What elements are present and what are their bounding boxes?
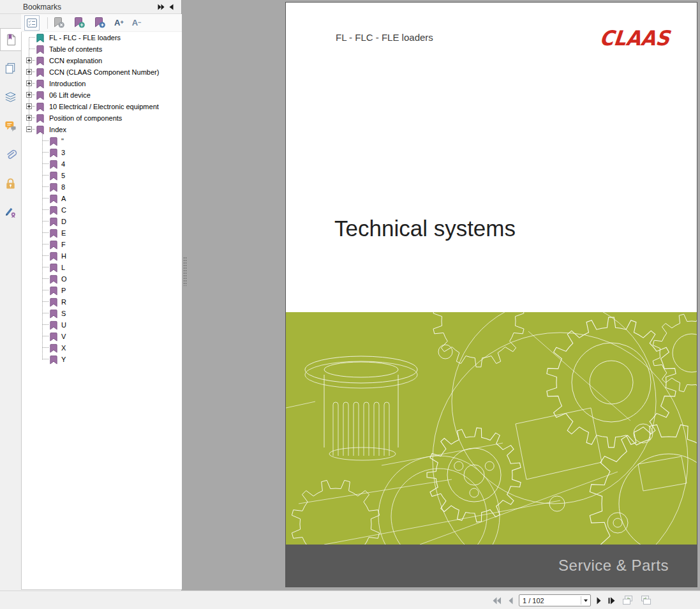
decrease-text-size-button[interactable]: A− bbox=[132, 19, 142, 27]
bookmark-label: H bbox=[61, 250, 66, 262]
bookmark-item[interactable]: 06 Lift device bbox=[22, 89, 182, 101]
expand-plus-icon[interactable] bbox=[26, 80, 32, 86]
first-page-button[interactable] bbox=[491, 596, 502, 605]
bookmark-label: CCN explanation bbox=[49, 55, 102, 66]
bookmark-options-button[interactable] bbox=[24, 15, 40, 31]
bookmark-item[interactable]: 5 bbox=[22, 170, 182, 181]
bookmark-item[interactable]: Table of contents bbox=[22, 43, 182, 55]
bookmark-item[interactable]: A bbox=[22, 193, 182, 204]
document-header-title: FL - FLC - FLE loaders bbox=[336, 32, 433, 43]
bookmark-label: L bbox=[61, 262, 65, 273]
comments-panel-tab[interactable] bbox=[0, 114, 21, 137]
bookmark-flag-icon bbox=[49, 160, 58, 169]
bookmark-label: Table of contents bbox=[49, 43, 102, 55]
expand-plus-icon[interactable] bbox=[26, 115, 32, 121]
layers-panel-tab[interactable] bbox=[0, 86, 21, 109]
bookmark-item[interactable]: V bbox=[22, 331, 182, 342]
service-parts-text: Service & Parts bbox=[558, 557, 669, 575]
add-bookmark-button[interactable] bbox=[73, 17, 86, 29]
bookmark-tree: FL - FLC - FLE loadersTable of contentsC… bbox=[22, 32, 182, 589]
bookmark-item[interactable]: X bbox=[22, 342, 182, 354]
expand-plus-icon[interactable] bbox=[26, 103, 32, 109]
bookmark-item[interactable]: CCN explanation bbox=[22, 55, 182, 66]
increase-text-size-button[interactable]: A+ bbox=[114, 19, 124, 27]
bookmark-item[interactable]: Index bbox=[22, 124, 182, 135]
bookmark-item[interactable]: 3 bbox=[22, 147, 182, 158]
bookmark-label: Position of components bbox=[49, 112, 122, 124]
bookmark-item[interactable]: E bbox=[22, 227, 182, 239]
security-panel-tab[interactable] bbox=[0, 172, 21, 195]
bookmark-label: R bbox=[61, 296, 66, 308]
page-navigation: 1 / 102 bbox=[491, 591, 652, 609]
bookmark-item[interactable]: H bbox=[22, 250, 182, 262]
bookmark-item[interactable]: Position of components bbox=[22, 112, 182, 124]
pages-panel-tab[interactable] bbox=[0, 57, 21, 80]
page-number-value[interactable]: 1 / 102 bbox=[519, 597, 581, 605]
next-view-button[interactable] bbox=[639, 595, 652, 606]
document-title: Technical systems bbox=[334, 216, 516, 241]
chevron-down-icon[interactable] bbox=[581, 599, 590, 602]
bookmark-flag-icon bbox=[36, 125, 45, 135]
previous-page-button[interactable] bbox=[507, 596, 514, 605]
last-page-button[interactable] bbox=[607, 596, 616, 605]
bookmark-label: Index bbox=[49, 124, 66, 135]
bookmark-item[interactable]: C bbox=[22, 204, 182, 216]
bookmark-flag-icon bbox=[49, 274, 58, 284]
cover-footer-band: Service & Parts bbox=[286, 545, 697, 587]
bookmark-item[interactable]: 4 bbox=[22, 158, 182, 170]
bookmark-flag-icon bbox=[49, 355, 58, 365]
bookmark-flag-icon bbox=[49, 148, 58, 158]
bookmark-flag-icon bbox=[49, 217, 58, 227]
bookmark-flag-icon bbox=[49, 229, 58, 238]
bookmark-item[interactable]: Y bbox=[22, 354, 182, 365]
collapse-minus-icon[interactable] bbox=[26, 126, 32, 132]
bookmark-item[interactable]: U bbox=[22, 319, 182, 331]
bookmark-flag-icon bbox=[49, 332, 58, 342]
collapse-panel-icon[interactable] bbox=[166, 3, 176, 11]
bookmark-item[interactable]: 10 Electrical / Electronic equipment bbox=[22, 101, 182, 112]
bookmark-flag-icon bbox=[49, 263, 58, 273]
bookmark-label: CCN (CLAAS Component Number) bbox=[49, 66, 159, 78]
panel-splitter-handle[interactable] bbox=[183, 257, 187, 286]
delete-bookmark-button[interactable] bbox=[53, 17, 65, 29]
bookmark-item[interactable]: P bbox=[22, 285, 182, 296]
bookmark-flag-icon bbox=[36, 91, 45, 100]
bookmark-item[interactable]: Introduction bbox=[22, 78, 182, 89]
pages-icon bbox=[4, 62, 17, 75]
bookmark-label: X bbox=[61, 342, 66, 354]
bookmark-item[interactable]: F bbox=[22, 239, 182, 250]
bookmark-item[interactable]: 8 bbox=[22, 181, 182, 193]
expand-plus-icon[interactable] bbox=[26, 69, 32, 75]
bookmark-item[interactable]: O bbox=[22, 273, 182, 285]
next-page-button[interactable] bbox=[596, 596, 602, 605]
bookmark-label: U bbox=[61, 319, 66, 331]
bookmark-item[interactable]: CCN (CLAAS Component Number) bbox=[22, 66, 182, 78]
panel-title: Bookmarks bbox=[23, 3, 156, 11]
gears-line-art bbox=[286, 312, 697, 545]
bookmark-item[interactable]: FL - FLC - FLE loaders bbox=[22, 32, 182, 43]
bookmark-label: O bbox=[61, 273, 67, 285]
pdf-page: FL - FLC - FLE loaders CLAAS Technical s… bbox=[285, 2, 697, 587]
bookmark-item[interactable]: D bbox=[22, 216, 182, 227]
bookmarks-panel-header: Bookmarks bbox=[0, 0, 181, 14]
previous-view-button[interactable] bbox=[622, 595, 634, 606]
bookmarks-panel-tab[interactable] bbox=[0, 28, 21, 51]
bookmark-label: F bbox=[61, 239, 66, 250]
bookmark-item[interactable]: S bbox=[22, 308, 182, 319]
bookmark-label: Y bbox=[61, 354, 66, 365]
bookmark-item[interactable]: L bbox=[22, 262, 182, 273]
bookmark-flag-icon bbox=[36, 68, 45, 77]
bookmark-item[interactable]: " bbox=[22, 135, 182, 147]
page-number-combobox[interactable]: 1 / 102 bbox=[519, 594, 591, 606]
bookmark-label: FL - FLC - FLE loaders bbox=[49, 32, 121, 43]
bookmark-item[interactable]: R bbox=[22, 296, 182, 308]
expand-panels-icon[interactable] bbox=[156, 3, 166, 11]
signatures-panel-tab[interactable] bbox=[0, 200, 21, 223]
bookmark-flag-icon bbox=[49, 309, 58, 319]
locate-bookmark-button[interactable] bbox=[94, 17, 106, 29]
expand-plus-icon[interactable] bbox=[26, 92, 32, 98]
expand-plus-icon[interactable] bbox=[26, 57, 32, 63]
comments-icon bbox=[4, 119, 17, 133]
bookmark-label: D bbox=[61, 216, 66, 227]
attachments-panel-tab[interactable] bbox=[0, 143, 21, 166]
